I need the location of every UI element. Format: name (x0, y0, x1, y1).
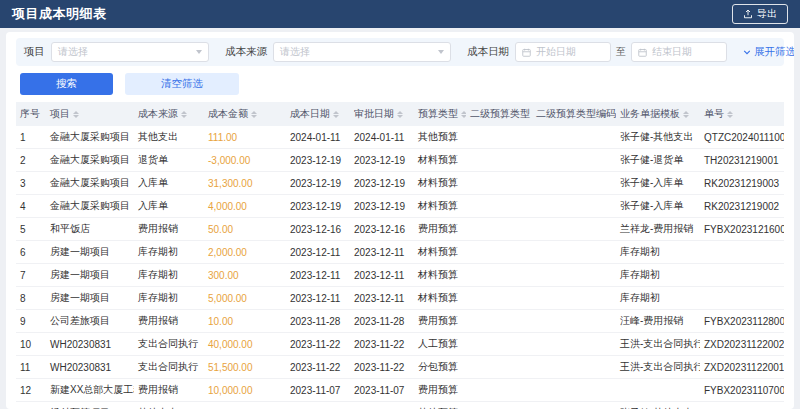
cell-index: 6 (16, 241, 46, 264)
column-header-doc_template[interactable]: 业务单据模板 (616, 102, 700, 126)
table-row[interactable]: 6房建一期项目库存期初2,000.002023-12-112023-12-11材… (16, 241, 784, 264)
source-select[interactable]: 请选择 (273, 42, 451, 62)
table-row[interactable]: 7房建一期项目库存期初300.002023-12-112023-12-11材料预… (16, 264, 784, 287)
clear-filters-button[interactable]: 清空筛选 (125, 73, 239, 95)
column-header-approval_date[interactable]: 审批日期 (350, 102, 414, 126)
cell-budget_type: 材料预算 (414, 195, 466, 218)
cell-amount: 200,000,000.00 (204, 402, 286, 409)
cell-sub_budget_code (532, 241, 616, 264)
cell-doc_template (616, 379, 700, 402)
cell-sub_budget_type (466, 241, 532, 264)
export-label: 导出 (757, 7, 777, 21)
cell-sub_budget_type (466, 287, 532, 310)
export-button[interactable]: 导出 (732, 4, 788, 24)
table-row[interactable]: 13经付预算项目其他支出200,000,000.002023-10-272023… (16, 402, 784, 409)
table-row[interactable]: 3金融大厦采购项目入库单31,300.002023-12-192023-12-1… (16, 172, 784, 195)
project-select[interactable]: 请选择 (51, 42, 209, 62)
cell-project: 经付预算项目 (46, 402, 134, 409)
cell-sub_budget_type (466, 126, 532, 149)
table-row[interactable]: 11WH20230831支出合同执行51,500.002023-11-22202… (16, 356, 784, 379)
table-row[interactable]: 1金融大厦采购项目其他支出111.002024-01-112024-01-11其… (16, 126, 784, 149)
column-label: 预算类型 (418, 108, 458, 119)
end-date-input[interactable]: 结束日期 (631, 42, 727, 62)
cell-sub_budget_code (532, 356, 616, 379)
cell-amount: 10,000.00 (204, 379, 286, 402)
cell-budget_type: 人工预算 (414, 333, 466, 356)
sort-icon[interactable] (181, 111, 187, 119)
sort-icon[interactable] (727, 111, 733, 119)
cell-sub_budget_type (466, 195, 532, 218)
cell-project: 金融大厦采购项目 (46, 195, 134, 218)
column-header-sub_budget_type[interactable]: 二级预算类型 (466, 102, 532, 126)
start-date-input[interactable]: 开始日期 (515, 42, 611, 62)
column-header-sub_budget_code[interactable]: 二级预算类型编码 (532, 102, 616, 126)
sort-icon[interactable] (397, 111, 403, 119)
table-row[interactable]: 9公司差旅项目费用报销10.002023-11-282023-11-28费用预算… (16, 310, 784, 333)
cell-sub_budget_type (466, 402, 532, 409)
cell-cost_date: 2023-12-11 (286, 241, 350, 264)
column-header-budget_type[interactable]: 预算类型 (414, 102, 466, 126)
cell-amount: 10.00 (204, 310, 286, 333)
column-header-source[interactable]: 成本来源 (134, 102, 204, 126)
column-header-cost_date[interactable]: 成本日期 (286, 102, 350, 126)
cell-approval_date: 2023-12-16 (350, 218, 414, 241)
table-row[interactable]: 10WH20230831支出合同执行40,000.002023-11-22202… (16, 333, 784, 356)
cell-amount: 5,000.00 (204, 287, 286, 310)
cell-budget_type: 材料预算 (414, 287, 466, 310)
cell-source: 库存期初 (134, 264, 204, 287)
table-row[interactable]: 12新建XX总部大厦工程二期费用报销10,000.002023-11-07202… (16, 379, 784, 402)
sort-icon[interactable] (73, 111, 79, 119)
cell-doc_no: FYBX20231128001 (700, 310, 784, 333)
cell-cost_date: 2023-12-19 (286, 195, 350, 218)
cell-source: 入库单 (134, 195, 204, 218)
cell-source: 其他支出 (134, 402, 204, 409)
cell-doc_template: 张子健-入库单 (616, 172, 700, 195)
cell-source: 支出合同执行 (134, 356, 204, 379)
column-label: 二级预算类型 (470, 108, 530, 119)
end-date-placeholder: 结束日期 (652, 45, 692, 59)
cost-detail-table: 序号项目成本来源成本金额成本日期审批日期预算类型二级预算类型二级预算类型编码业务… (16, 102, 784, 409)
cell-sub_budget_code (532, 195, 616, 218)
cell-sub_budget_type (466, 264, 532, 287)
table-row[interactable]: 2金融大厦采购项目退货单-3,000.002023-12-192023-12-1… (16, 149, 784, 172)
cell-sub_budget_code (532, 264, 616, 287)
cell-doc_no: FYBX20231216001 (700, 218, 784, 241)
cell-budget_type: 材料预算 (414, 149, 466, 172)
cell-cost_date: 2023-11-28 (286, 310, 350, 333)
cell-doc_no: TH20231219001 (700, 149, 784, 172)
source-filter-label: 成本来源 (225, 45, 267, 59)
filter-panel: 项目 请选择 成本来源 请选择 成本日期 开始日期 (16, 38, 784, 66)
column-header-doc_no[interactable]: 单号 (700, 102, 784, 126)
cell-sub_budget_type (466, 218, 532, 241)
expand-filters-link[interactable]: 展开筛选 (743, 45, 794, 59)
table-row[interactable]: 5和平饭店费用报销50.002023-12-162023-12-16费用预算兰祥… (16, 218, 784, 241)
cell-source: 入库单 (134, 172, 204, 195)
cell-doc_no: RK20231219003 (700, 172, 784, 195)
column-header-amount[interactable]: 成本金额 (204, 102, 286, 126)
cell-source: 费用报销 (134, 379, 204, 402)
cell-doc_no: QTZC20240111001 (700, 126, 784, 149)
cell-doc_template: 张子健-其他支出 (616, 402, 700, 409)
table-row[interactable]: 4金融大厦采购项目入库单4,000.002023-12-192023-12-19… (16, 195, 784, 218)
cell-budget_type: 费用预算 (414, 218, 466, 241)
cell-sub_budget_type (466, 172, 532, 195)
sort-icon[interactable] (461, 111, 466, 119)
cell-sub_budget_type (466, 149, 532, 172)
cell-index: 5 (16, 218, 46, 241)
cell-sub_budget_code (532, 333, 616, 356)
cell-sub_budget_type (466, 310, 532, 333)
table-row[interactable]: 8房建一期项目库存期初5,000.002023-12-112023-12-11材… (16, 287, 784, 310)
search-button[interactable]: 搜索 (20, 73, 113, 95)
sort-icon[interactable] (683, 111, 689, 119)
cell-index: 10 (16, 333, 46, 356)
cell-project: WH20230831 (46, 356, 134, 379)
column-header-project[interactable]: 项目 (46, 102, 134, 126)
cell-sub_budget_type (466, 356, 532, 379)
cell-cost_date: 2023-11-07 (286, 379, 350, 402)
cell-project: 公司差旅项目 (46, 310, 134, 333)
cell-doc_template: 库存期初 (616, 241, 700, 264)
sort-icon[interactable] (333, 111, 339, 119)
cell-budget_type: 材料预算 (414, 264, 466, 287)
sort-icon[interactable] (251, 111, 257, 119)
cell-project: 房建一期项目 (46, 287, 134, 310)
